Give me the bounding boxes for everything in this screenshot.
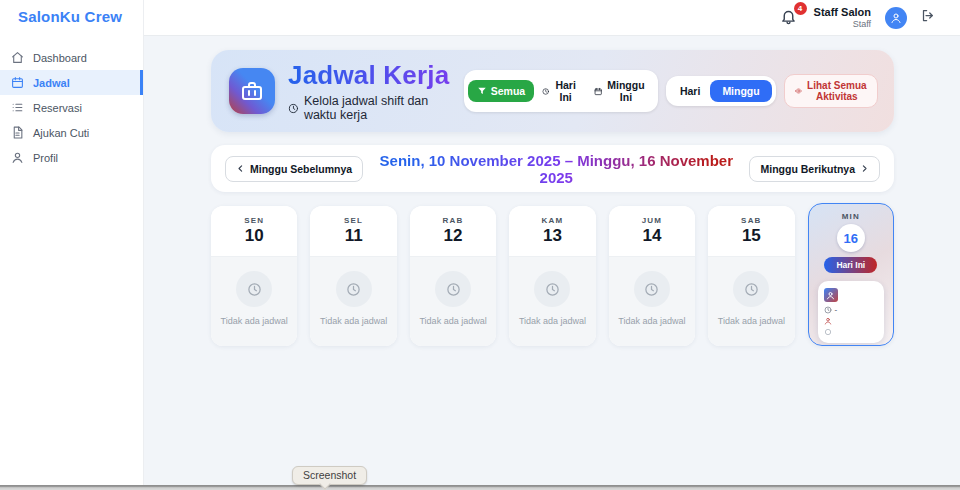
view-hari-button[interactable]: Hari [670, 80, 710, 102]
filter-minggu-ini-button[interactable]: Minggu Ini [586, 74, 654, 108]
calendar-icon [11, 76, 24, 89]
app-window: SalonKu Crew Dashboard Jadwal Reservasi … [0, 0, 960, 490]
day-abbr: JUM [642, 216, 663, 225]
day-number: 11 [345, 226, 363, 246]
day-card-header: SEL 11 [310, 206, 396, 256]
topbar: 4 Staff Salon Staff [144, 0, 960, 36]
no-schedule-text: Tidak ada jadwal [519, 316, 586, 326]
sidebar-item-dashboard[interactable]: Dashboard [0, 45, 143, 70]
day-card-body: Tidak ada jadwal [211, 256, 297, 346]
briefcase-icon [240, 79, 264, 103]
day-number: 16 [837, 224, 865, 252]
day-card[interactable]: SAB 15 Tidak ada jadwal [708, 206, 794, 346]
no-schedule-text: Tidak ada jadwal [718, 316, 785, 326]
today-badge: Hari Ini [824, 257, 877, 273]
prev-week-button[interactable]: Minggu Sebelumnya [225, 156, 363, 182]
avatar[interactable] [885, 7, 907, 29]
no-schedule-text: Tidak ada jadwal [618, 316, 685, 326]
page-subtitle: Kelola jadwal shift dan waktu kerja [288, 94, 464, 122]
empty-clock-badge [336, 271, 372, 307]
day-card-body: Tidak ada jadwal [609, 256, 695, 346]
logout-button[interactable] [921, 8, 936, 27]
sidebar-item-reservasi[interactable]: Reservasi [0, 95, 143, 120]
day-card[interactable]: SEN 10 Tidak ada jadwal [211, 206, 297, 346]
prev-week-label: Minggu Sebelumnya [250, 163, 352, 175]
empty-clock-badge [534, 271, 570, 307]
clock-icon [346, 282, 361, 297]
list-icon [11, 101, 24, 114]
notifications-button[interactable]: 4 [780, 8, 800, 28]
day-card-header: MIN 16 Hari Ini [809, 204, 893, 273]
no-schedule-text: Tidak ada jadwal [419, 316, 486, 326]
shift-staff-row [824, 317, 878, 325]
shift-card[interactable]: - [818, 281, 884, 343]
shift-location-row [824, 328, 878, 336]
clock-icon [446, 282, 461, 297]
week-navigation: Minggu Sebelumnya Senin, 10 November 202… [211, 145, 894, 192]
main-content: Jadwal Kerja Kelola jadwal shift dan wak… [144, 36, 960, 490]
chevron-right-icon [860, 164, 869, 173]
view-all-activity-label: Lihat Semua Aktivitas [807, 80, 867, 102]
empty-clock-badge [435, 271, 471, 307]
logout-icon [921, 8, 936, 23]
day-abbr: MIN [842, 212, 860, 221]
user-icon [824, 317, 832, 325]
clock-icon [744, 282, 759, 297]
day-card[interactable]: RAB 12 Tidak ada jadwal [410, 206, 496, 346]
filter-semua-label: Semua [491, 85, 525, 97]
day-card-body: Tidak ada jadwal [509, 256, 595, 346]
day-card-body: Tidak ada jadwal [310, 256, 396, 346]
day-abbr: SEN [244, 216, 264, 225]
clock-icon [542, 86, 549, 97]
day-abbr: RAB [443, 216, 464, 225]
day-number: 14 [642, 226, 661, 246]
day-card-header: SEN 10 [211, 206, 297, 256]
dock-edge [0, 485, 960, 490]
calendar-icon [594, 86, 602, 97]
location-icon [824, 328, 832, 336]
sidebar-item-jadwal[interactable]: Jadwal [0, 70, 143, 95]
next-week-label: Minggu Berikutnya [760, 163, 855, 175]
empty-clock-badge [236, 271, 272, 307]
clock-icon [824, 306, 832, 314]
user-name: Staff Salon [814, 6, 871, 19]
filter-group: Semua Hari Ini Minggu Ini [464, 70, 658, 112]
next-week-button[interactable]: Minggu Berikutnya [749, 156, 880, 182]
day-card-header: KAM 13 [509, 206, 595, 256]
view-toggle-group: Hari Minggu [666, 76, 776, 106]
day-card-body: Tidak ada jadwal [410, 256, 496, 346]
briefcase-badge [229, 68, 275, 114]
page-subtitle-text: Kelola jadwal shift dan waktu kerja [304, 94, 464, 122]
day-card[interactable]: SEL 11 Tidak ada jadwal [310, 206, 396, 346]
day-card-today[interactable]: MIN 16 Hari Ini - [808, 203, 894, 346]
filter-hari-ini-button[interactable]: Hari Ini [534, 74, 585, 108]
empty-clock-badge [733, 271, 769, 307]
day-card-header: JUM 14 [609, 206, 695, 256]
page-header-text: Jadwal Kerja Kelola jadwal shift dan wak… [288, 60, 464, 122]
user-icon [11, 151, 24, 164]
day-card[interactable]: KAM 13 Tidak ada jadwal [509, 206, 595, 346]
week-range-title: Senin, 10 November 2025 – Minggu, 16 Nov… [363, 152, 749, 186]
filter-hari-ini-label: Hari Ini [554, 79, 578, 103]
day-card[interactable]: JUM 14 Tidak ada jadwal [609, 206, 695, 346]
no-schedule-text: Tidak ada jadwal [320, 316, 387, 326]
empty-clock-badge [634, 271, 670, 307]
page-title: Jadwal Kerja [288, 60, 464, 91]
day-abbr: KAM [542, 216, 564, 225]
filter-icon [477, 86, 487, 96]
day-abbr: SAB [741, 216, 762, 225]
document-icon [11, 126, 24, 139]
no-schedule-text: Tidak ada jadwal [221, 316, 288, 326]
day-abbr: SEL [344, 216, 363, 225]
shift-time: - [835, 305, 838, 314]
sidebar-item-profil[interactable]: Profil [0, 145, 143, 170]
day-card-header: SAB 15 [708, 206, 794, 256]
day-card-header: RAB 12 [410, 206, 496, 256]
view-minggu-button[interactable]: Minggu [710, 80, 771, 102]
filter-semua-button[interactable]: Semua [468, 80, 534, 102]
day-number: 12 [444, 226, 463, 246]
screenshot-tooltip: Screenshot [292, 466, 367, 485]
sidebar-item-ajukan-cuti[interactable]: Ajukan Cuti [0, 120, 143, 145]
view-all-activity-button[interactable]: Lihat Semua Aktivitas [784, 74, 878, 108]
day-number: 10 [245, 226, 264, 246]
